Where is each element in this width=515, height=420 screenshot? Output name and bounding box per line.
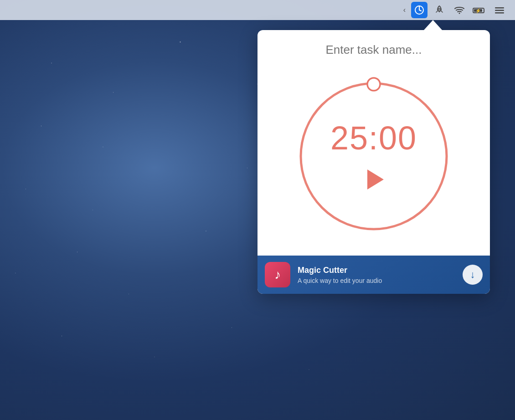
svg-line-2 [419, 10, 421, 11]
notification-title: Magic Cutter [298, 266, 455, 275]
popup-arrow [424, 20, 442, 30]
task-input-area [258, 30, 490, 65]
menubar-chevron[interactable]: ‹ [403, 6, 406, 14]
timer-display: 25:00 [330, 119, 417, 193]
menu-menubar-icon[interactable] [491, 2, 508, 18]
task-name-input[interactable] [267, 43, 481, 57]
notification-banner[interactable]: ♪ Magic Cutter A quick way to edit your … [258, 256, 490, 294]
svg-rect-10 [495, 10, 504, 11]
timer-time: 25:00 [330, 119, 417, 157]
timer-svg-icon [414, 5, 424, 15]
svg-rect-11 [495, 12, 504, 14]
timer-circle-container: 25:00 [287, 70, 460, 243]
wifi-svg-icon [454, 5, 465, 15]
wifi-menubar-icon[interactable] [451, 2, 468, 18]
svg-rect-9 [495, 7, 504, 9]
svg-point-13 [367, 78, 380, 91]
timer-area: 25:00 [258, 65, 490, 256]
notification-app-icon: ♪ [265, 262, 290, 287]
timer-menubar-icon[interactable] [411, 2, 427, 18]
svg-point-3 [419, 6, 420, 7]
notification-subtitle: A quick way to edit your audio [298, 277, 455, 284]
battery-menubar-icon[interactable]: ⚡ [471, 2, 488, 18]
svg-point-5 [459, 13, 460, 14]
popup-wrapper: 25:00 ✓ ✓ [258, 20, 490, 294]
svg-point-4 [438, 8, 440, 10]
download-arrow-icon: ↓ [470, 269, 475, 281]
notification-download-button[interactable]: ↓ [463, 265, 483, 285]
rocket-menubar-icon[interactable] [431, 2, 448, 18]
rocket-svg-icon [434, 5, 444, 15]
notification-text: Magic Cutter A quick way to edit your au… [298, 266, 455, 284]
menubar: ‹ ⚡ [0, 0, 515, 20]
play-button[interactable] [360, 166, 387, 193]
popup-panel: 25:00 ✓ ✓ [258, 30, 490, 294]
play-triangle-icon [367, 169, 384, 190]
battery-svg-icon: ⚡ [473, 5, 486, 15]
menu-svg-icon [494, 5, 505, 15]
svg-text:⚡: ⚡ [475, 8, 481, 14]
music-note-icon: ♪ [274, 267, 281, 282]
